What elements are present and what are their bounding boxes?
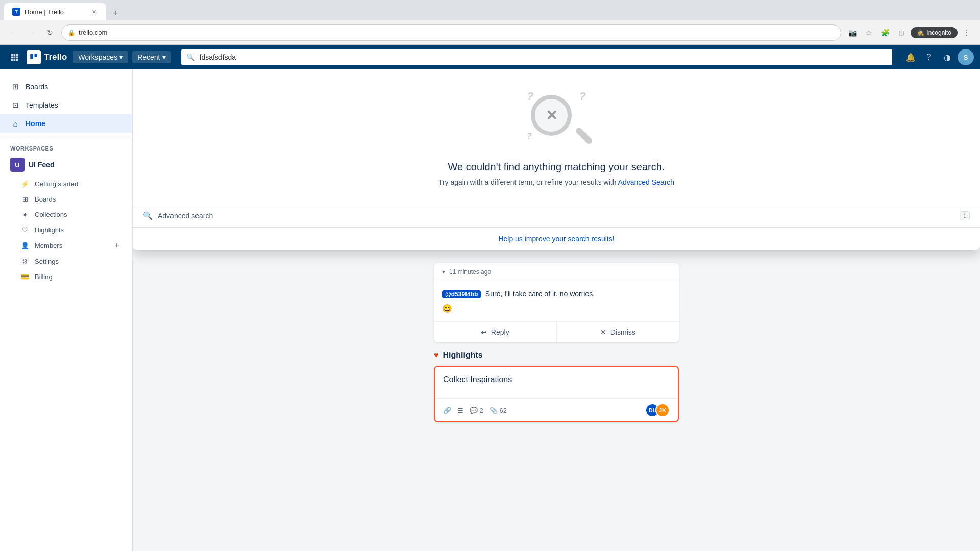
notifications-bell-icon[interactable]: 🔔 xyxy=(902,49,919,65)
sidebar-item-home[interactable]: ⌂ Home xyxy=(0,114,132,133)
sidebar-top-section: ⊞ Boards ⊡ Templates ⌂ Home xyxy=(0,78,132,133)
forward-button[interactable]: → xyxy=(24,26,39,40)
magnifier-illustration: ? ? ✕ ? ? xyxy=(526,90,587,151)
camera-icon[interactable]: 📷 xyxy=(845,26,860,40)
new-tab-button[interactable]: + xyxy=(108,6,122,20)
workspaces-dropdown[interactable]: Workspaces ▾ xyxy=(73,51,128,63)
trello-logo[interactable]: Trello xyxy=(27,50,67,64)
sidebar-item-members[interactable]: 👤 Members + xyxy=(0,237,132,254)
getting-started-icon: ⚡ xyxy=(20,179,30,188)
question-mark-1: ? xyxy=(527,90,533,103)
split-view-icon[interactable]: ⊡ xyxy=(894,26,909,40)
members-icon: 👤 xyxy=(20,241,30,250)
highlights-section-label: ♥ Highlights xyxy=(434,350,679,360)
advanced-search-row: 🔍 Advanced search ⤵ xyxy=(133,205,980,227)
no-results-sub-text: Try again with a different term, or refi… xyxy=(438,178,617,186)
reply-button[interactable]: ↩ Reply xyxy=(434,322,556,342)
advanced-search-input-label[interactable]: Advanced search xyxy=(158,212,954,220)
heart-icon: ♥ xyxy=(434,350,439,360)
svg-rect-6 xyxy=(11,59,13,61)
sidebar-item-collections[interactable]: ♦ Collections xyxy=(0,207,132,222)
no-results-container: ? ? ✕ ? ? We couldn't find anything matc… xyxy=(133,69,980,196)
svg-rect-10 xyxy=(35,54,37,57)
billing-label: Billing xyxy=(35,273,53,281)
sidebar-item-workspace-boards[interactable]: ⊞ Boards xyxy=(0,191,132,207)
menu-button[interactable]: ⋮ xyxy=(960,26,974,40)
notification-time: 11 minutes ago xyxy=(449,268,491,276)
dismiss-button[interactable]: ✕ Dismiss xyxy=(556,322,679,342)
recent-chevron: ▾ xyxy=(162,53,166,61)
emoji-reaction[interactable]: 😄 xyxy=(442,304,671,313)
active-tab[interactable]: T Home | Trello ✕ xyxy=(4,3,106,20)
svg-rect-3 xyxy=(11,57,13,59)
tab-favicon: T xyxy=(12,8,20,16)
svg-rect-7 xyxy=(14,59,16,61)
url-text: trello.com xyxy=(79,29,107,36)
sidebar-item-billing[interactable]: 💳 Billing xyxy=(0,269,132,284)
dismiss-icon: ✕ xyxy=(600,328,606,336)
collapse-icon: ▾ xyxy=(442,268,445,276)
sidebar-item-templates[interactable]: ⊡ Templates xyxy=(0,96,132,114)
no-results-subtitle: Try again with a different term, or refi… xyxy=(438,178,674,186)
browser-toolbar: ← → ↻ 🔒 trello.com 📷 ☆ 🧩 ⊡ 🕵 Incognito ⋮ xyxy=(0,20,980,45)
trello-inner: ⊞ Boards ⊡ Templates ⌂ Home Workspaces xyxy=(0,69,980,551)
inspire-card-footer: 🔗 ☰ 💬 2 📎 62 DL JK xyxy=(435,398,678,421)
home-icon: ⌂ xyxy=(10,118,20,129)
user-avatar[interactable]: S xyxy=(958,49,974,65)
svg-rect-4 xyxy=(14,57,16,59)
sidebar-item-settings[interactable]: ⚙ Settings xyxy=(0,254,132,269)
trello-navbar: Trello Workspaces ▾ Recent ▾ 🔍 🔔 ? ◑ S xyxy=(0,45,980,69)
lock-icon: 🔒 xyxy=(68,29,76,36)
workspace-boards-icon: ⊞ xyxy=(20,194,30,204)
reply-icon: ↩ xyxy=(481,328,487,336)
address-bar[interactable]: 🔒 trello.com xyxy=(61,24,841,41)
improve-search-link[interactable]: Help us improve your search results! xyxy=(133,227,980,250)
dismiss-label: Dismiss xyxy=(610,328,635,336)
sidebar-divider xyxy=(0,137,132,137)
workspace-avatar: U xyxy=(10,158,24,172)
sidebar: ⊞ Boards ⊡ Templates ⌂ Home Workspaces xyxy=(0,69,133,551)
navbar-right-icons: 🔔 ? ◑ S xyxy=(902,49,974,65)
sidebar-item-getting-started[interactable]: ⚡ Getting started xyxy=(0,176,132,191)
search-input[interactable] xyxy=(181,49,893,65)
svg-rect-0 xyxy=(11,54,13,56)
trello-logo-text: Trello xyxy=(44,52,67,62)
help-icon[interactable]: ? xyxy=(921,49,937,65)
highlights-label: Highlights xyxy=(35,226,64,234)
back-button[interactable]: ← xyxy=(6,26,20,40)
recent-label: Recent xyxy=(137,53,160,61)
reply-label: Reply xyxy=(491,328,509,336)
star-icon[interactable]: ☆ xyxy=(862,26,876,40)
no-results-title: We couldn't find anything matching your … xyxy=(448,161,665,173)
incognito-button[interactable]: 🕵 Incognito xyxy=(911,27,958,38)
extensions-icon[interactable]: 🧩 xyxy=(878,26,892,40)
apps-grid-button[interactable] xyxy=(6,49,22,65)
add-member-button[interactable]: + xyxy=(112,240,122,251)
card-action-icons: 🔗 ☰ 💬 2 📎 62 xyxy=(443,407,507,414)
browser-window: T Home | Trello ✕ + ← → ↻ 🔒 trello.com 📷… xyxy=(0,0,980,551)
tab-close-button[interactable]: ✕ xyxy=(90,8,98,16)
incognito-label: Incognito xyxy=(926,29,951,36)
members-label: Members xyxy=(35,242,62,249)
sidebar-item-boards[interactable]: ⊞ Boards xyxy=(0,78,132,96)
highlights-icon: ♡ xyxy=(20,225,30,234)
recent-dropdown[interactable]: Recent ▾ xyxy=(132,51,170,63)
mention-badge: @d539f4bb xyxy=(442,290,481,298)
question-mark-4: ? xyxy=(582,132,587,141)
collect-inspirations-card[interactable]: Collect Inspirations 🔗 ☰ 💬 2 📎 62 DL xyxy=(434,366,679,422)
collections-icon: ♦ xyxy=(20,210,30,219)
incognito-icon: 🕵 xyxy=(917,29,924,36)
refresh-button[interactable]: ↻ xyxy=(43,26,57,40)
notification-body: @d539f4bb Sure, I'll take care of it. no… xyxy=(434,281,679,321)
workspaces-section-label: Workspaces xyxy=(0,141,132,154)
settings-label: Settings xyxy=(35,258,59,265)
advanced-search-link[interactable]: Advanced Search xyxy=(618,178,675,186)
theme-icon[interactable]: ◑ xyxy=(939,49,955,65)
search-dropdown: ? ? ✕ ? ? We couldn't find anything matc… xyxy=(133,69,980,250)
sidebar-item-highlights[interactable]: ♡ Highlights xyxy=(0,222,132,237)
svg-rect-5 xyxy=(16,57,18,59)
workspaces-chevron: ▾ xyxy=(119,53,123,61)
getting-started-label: Getting started xyxy=(35,180,78,188)
sidebar-home-label: Home xyxy=(26,119,45,128)
card-attachment-icon: 🔗 xyxy=(443,407,451,414)
